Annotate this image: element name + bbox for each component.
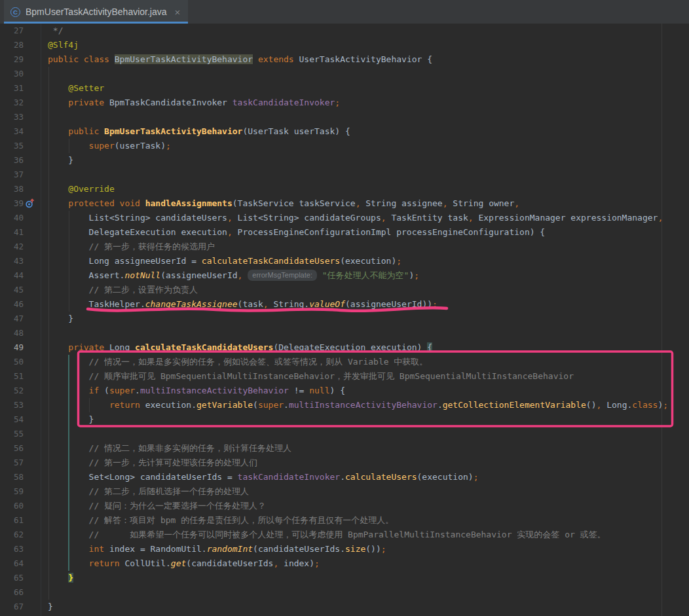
code-line[interactable]: 66 [0,585,689,600]
code-text: TaskHelper.changeTaskAssignee(task, Stri… [41,297,438,312]
code-line[interactable]: 63 int index = RandomUtil.randomInt(cand… [0,542,689,556]
line-number: 45 [0,283,24,297]
line-number: 53 [0,398,24,412]
code-text: DelegateExecution execution, ProcessEngi… [41,225,545,240]
code-text: public class BpmUserTaskActivityBehavior… [41,52,432,67]
code-text: } [41,600,53,614]
code-line[interactable]: 37 [0,168,689,182]
code-line[interactable]: 62 // 如果希望一个任务可以同时被多个人处理，可以考虑使用 BpmParal… [0,528,689,542]
code-line[interactable]: 29public class BpmUserTaskActivityBehavi… [0,52,689,67]
line-number: 61 [0,513,24,528]
code-line[interactable]: 61 // 解答：项目对 bpm 的任务是责任到人，所以每个任务有且仅有一个处理… [0,513,689,528]
code-line[interactable]: 54 } [0,412,689,427]
code-text: // 第一步，获得任务的候选用户 [41,240,215,254]
code-text: // 疑问：为什么一定要选择一个任务处理人？ [41,499,266,513]
line-number: 58 [0,470,24,484]
code-line[interactable]: 40 List<String> candidateUsers, List<Str… [0,211,689,225]
line-number: 28 [0,38,24,52]
code-line[interactable]: 52 if (super.multiInstanceActivityBehavi… [0,384,689,398]
code-text: int index = RandomUtil.randomInt(candida… [41,542,386,556]
code-line[interactable]: 60 // 疑问：为什么一定要选择一个任务处理人？ [0,499,689,513]
code-line[interactable]: 50 // 情况一，如果是多实例的任务，例如说会签、或签等情况，则从 Varia… [0,355,689,369]
line-number: 40 [0,211,24,225]
code-text: private Long calculateTaskCandidateUsers… [41,340,432,355]
line-number: 44 [0,268,24,283]
line-number: 57 [0,456,24,470]
line-number: 55 [0,427,24,441]
line-number: 41 [0,225,24,240]
code-text: super(userTask); [41,139,171,153]
code-line[interactable]: 53 return execution.getVariable(super.mu… [0,398,689,412]
code-text: return execution.getVariable(super.multi… [41,398,668,412]
code-line[interactable]: 43 Long assigneeUserId = calculateTaskCa… [0,254,689,268]
code-text: } [41,412,94,427]
code-line[interactable]: 36 } [0,153,689,168]
code-line[interactable]: 39 protected void handleAssignments(Task… [0,196,689,211]
code-text: } [41,153,73,168]
line-number: 34 [0,124,24,139]
code-line[interactable]: 59 // 第二步，后随机选择一个任务的处理人 [0,484,689,499]
tab-bpmusertaskactivitybehavior[interactable]: C BpmUserTaskActivityBehavior.java × [4,0,188,24]
code-line[interactable]: 64 return CollUtil.get(candidateUserIds,… [0,556,689,571]
code-line[interactable]: 34 public BpmUserTaskActivityBehavior(Us… [0,124,689,139]
line-number: 59 [0,484,24,499]
code-text: // 如果希望一个任务可以同时被多个人处理，可以考虑使用 BpmParallel… [41,528,606,542]
overrides-method-icon[interactable] [24,196,41,211]
line-number: 52 [0,384,24,398]
line-number: 60 [0,499,24,513]
code-text: */ [41,24,63,38]
line-number: 36 [0,153,24,168]
line-number: 37 [0,168,24,182]
code-line[interactable]: 47 } [0,312,689,326]
code-line[interactable]: 51 // 顺序审批可见 BpmSequentialMultiInstanceB… [0,369,689,384]
line-number: 49 [0,340,24,355]
code-line[interactable]: 65 } [0,571,689,585]
line-number: 65 [0,571,24,585]
java-class-icon: C [10,7,20,17]
code-text: List<String> candidateUsers, List<String… [41,211,663,225]
code-line[interactable]: 45 // 第二步，设置作为负责人 [0,283,689,297]
code-text [41,110,48,124]
code-line[interactable]: 55 [0,427,689,441]
code-editor[interactable]: 27 */28@Slf4j29public class BpmUserTaskA… [0,24,689,616]
code-line[interactable]: 31 @Setter [0,81,689,96]
code-text: @Setter [41,81,104,96]
code-line[interactable]: 27 */ [0,24,689,38]
line-number: 46 [0,297,24,312]
code-line[interactable]: 57 // 第一步，先计算可处理该任务的处理人们 [0,456,689,470]
code-text: } [41,571,73,585]
code-text: // 第一步，先计算可处理该任务的处理人们 [41,456,257,470]
line-number: 27 [0,24,24,38]
code-line[interactable]: 46 TaskHelper.changeTaskAssignee(task, S… [0,297,689,312]
code-line[interactable]: 67} [0,600,689,614]
code-line[interactable]: 42 // 第一步，获得任务的候选用户 [0,240,689,254]
code-text [41,427,48,441]
close-tab-icon[interactable]: × [175,7,181,17]
code-line[interactable]: 28@Slf4j [0,38,689,52]
code-line[interactable]: 30 [0,67,689,81]
code-line[interactable]: 58 Set<Long> candidateUserIds = taskCand… [0,470,689,484]
code-area: 27 */28@Slf4j29public class BpmUserTaskA… [0,24,689,614]
code-text: // 第二步，设置作为负责人 [41,283,198,297]
tab-title: BpmUserTaskActivityBehavior.java [26,7,167,17]
code-text: private BpmTaskCandidateInvoker taskCand… [41,96,340,110]
code-line[interactable]: 33 [0,110,689,124]
code-line[interactable]: 35 super(userTask); [0,139,689,153]
code-line[interactable]: 38 @Override [0,182,689,196]
code-text: Long assigneeUserId = calculateTaskCandi… [41,254,401,268]
line-number: 50 [0,355,24,369]
code-line[interactable]: 56 // 情况二，如果非多实例的任务，则计算任务处理人 [0,441,689,456]
code-text [41,326,48,340]
code-text [41,168,48,182]
code-line[interactable]: 49 private Long calculateTaskCandidateUs… [0,340,689,355]
code-line[interactable]: 32 private BpmTaskCandidateInvoker taskC… [0,96,689,110]
code-text: protected void handleAssignments(TaskSer… [41,196,519,211]
code-line[interactable]: 44 Assert.notNull(assigneeUserId, errorM… [0,268,689,283]
code-text: Assert.notNull(assigneeUserId, errorMsgT… [41,268,419,283]
code-line[interactable]: 41 DelegateExecution execution, ProcessE… [0,225,689,240]
line-number: 48 [0,326,24,340]
code-text: if (super.multiInstanceActivityBehavior … [41,384,345,398]
line-number: 32 [0,96,24,110]
code-text: Set<Long> candidateUserIds = taskCandida… [41,470,478,484]
code-line[interactable]: 48 [0,326,689,340]
